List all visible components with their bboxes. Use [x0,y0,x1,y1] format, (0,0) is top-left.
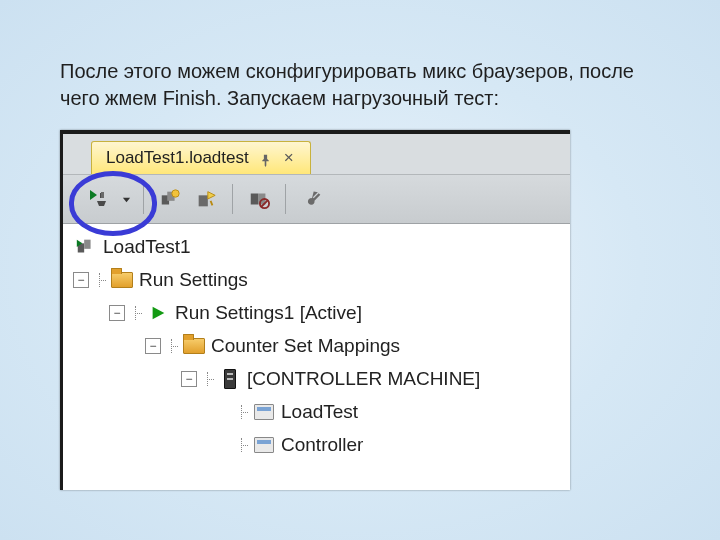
svg-rect-1 [101,192,104,198]
svg-marker-0 [90,190,97,200]
expand-toggle[interactable]: − [109,305,125,321]
tree-root-label: LoadTest1 [103,236,191,258]
tree-controller-machine[interactable]: − [CONTROLLER MACHINE] [63,362,570,395]
tree-counter-set-mappings[interactable]: − Counter Set Mappings [63,329,570,362]
document-tab-bar: LoadTest1.loadtest × [63,134,570,175]
load-test-tree: LoadTest1 − Run Settings − Run Settings1… [63,224,570,461]
run-dropdown-arrow-icon[interactable] [121,185,131,213]
toolbar-separator [232,184,233,214]
expand-toggle[interactable]: − [181,371,197,387]
server-icon [219,368,241,390]
manage-counters-button[interactable] [245,185,273,213]
tree-item-loadtest[interactable]: LoadTest [63,395,570,428]
toolbar-separator [285,184,286,214]
tree-item-controller[interactable]: Controller [63,428,570,461]
play-icon [147,302,169,324]
load-test-icon [75,236,97,258]
tree-label: Run Settings1 [Active] [175,302,362,324]
pin-icon[interactable] [259,152,272,165]
folder-icon [183,335,205,357]
add-scenario-button[interactable] [192,185,220,213]
svg-marker-2 [122,197,129,202]
counter-set-icon [253,434,275,456]
edit-test-mix-button[interactable] [156,185,184,213]
svg-rect-6 [199,195,208,206]
expand-toggle[interactable]: − [145,338,161,354]
settings-button[interactable] [298,185,326,213]
toolbar-separator [143,184,144,214]
tree-label: Controller [281,434,363,456]
tree-run-settings-active[interactable]: − Run Settings1 [Active] [63,296,570,329]
tree-label: Run Settings [139,269,248,291]
document-tab[interactable]: LoadTest1.loadtest × [91,141,311,174]
tree-label: LoadTest [281,401,358,423]
screenshot-panel: LoadTest1.loadtest × [60,130,570,490]
tree-label: Counter Set Mappings [211,335,400,357]
toolbar [63,175,570,224]
tab-title: LoadTest1.loadtest [106,148,249,168]
tree-root[interactable]: LoadTest1 [63,230,570,263]
svg-marker-7 [208,192,215,199]
run-load-test-button[interactable] [85,185,113,213]
svg-point-5 [172,190,179,197]
counter-set-icon [253,401,275,423]
close-icon[interactable]: × [282,148,296,168]
expand-toggle[interactable]: − [73,272,89,288]
folder-icon [111,269,133,291]
tree-run-settings[interactable]: − Run Settings [63,263,570,296]
tree-label: [CONTROLLER MACHINE] [247,368,480,390]
caption-text: После этого можем сконфигурировать микс … [60,58,660,112]
svg-marker-15 [153,306,165,319]
svg-rect-13 [84,239,90,248]
svg-rect-8 [251,194,258,205]
